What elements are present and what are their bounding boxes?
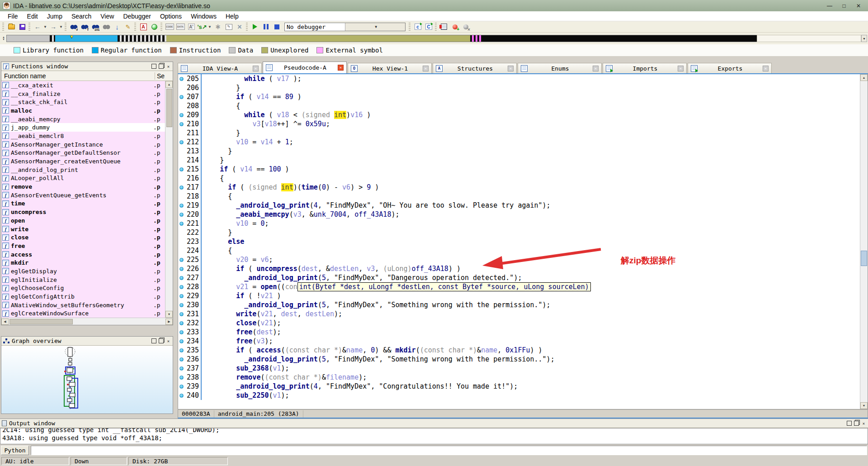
navband-segment[interactable] [50,35,55,42]
menu-windows[interactable]: Windows [187,12,221,21]
functions-vscrollbar[interactable]: ▲ ▼ [165,81,173,318]
search-binary-button[interactable]: 101 [90,22,100,32]
graph-overview-titlebar[interactable]: Graph overview ✕ [1,337,173,346]
tab-close-icon[interactable]: ✕ [763,66,769,71]
menu-help[interactable]: Help [222,12,243,21]
make-unknown-button[interactable]: ∗ [213,22,223,32]
breakpoint-bullet-icon[interactable] [179,294,184,298]
graph-overview-canvas[interactable] [1,346,173,414]
navband-scroll-arrows[interactable]: ▲▼ [1,36,6,41]
maximize-icon[interactable]: □ [837,1,851,10]
breakpoint-bullet-icon[interactable] [179,77,184,81]
debugger-select[interactable]: No debugger ▼ [284,23,406,31]
chevron-down-icon[interactable]: ▼ [345,23,406,31]
restore-icon[interactable] [159,64,164,69]
scroll-thumb[interactable] [9,319,73,324]
breakpoint-bullet-icon[interactable] [179,122,184,126]
function-row[interactable]: f__stack_chk_fail.p [1,98,165,106]
code-line-214[interactable]: 214 } [178,156,860,165]
make-code-button[interactable]: CODE [165,22,175,32]
scroll-up-icon[interactable]: ▲ [165,81,173,88]
function-row[interactable]: fmkdir.p [1,258,165,267]
code-line-212[interactable]: 212 v10 = v14 + 1; [178,138,860,147]
problems-button[interactable]: A [138,22,148,32]
function-row[interactable]: f__aeabi_memclr8.p [1,132,165,140]
code-line-220[interactable]: 220 _aeabi_memcpy(v3, &unk_7004, off_43A… [178,210,860,219]
code-line-235[interactable]: 235 if ( access((const char *)&name, 0) … [178,346,860,355]
function-row[interactable]: fASensorManager_getDefaultSensor.p [1,149,165,157]
scroll-thumb[interactable] [166,89,172,127]
function-row[interactable]: fASensorManager_getInstance.p [1,140,165,149]
functions-window-titlebar[interactable]: f Functions window ✕ [1,62,173,71]
breakpoint-bullet-icon[interactable] [179,113,184,117]
struct-dropdown-icon[interactable]: ▼ [208,25,212,29]
search-text-button[interactable]: T [80,22,90,32]
code-line-238[interactable]: 238 remove((const char *)&filename); [178,373,860,382]
close-icon[interactable]: ✕ [166,338,171,343]
make-data-button[interactable]: DATA [175,22,185,32]
navband-right-arrow[interactable]: ▼ [861,35,867,42]
function-row[interactable]: fmalloc.p [1,106,165,115]
menu-jump[interactable]: Jump [43,12,66,21]
breakpoint-bullet-icon[interactable] [179,95,184,99]
code-line-216[interactable]: 216 { [178,174,860,183]
function-row[interactable]: fj_app_dummy.p [1,123,165,132]
navband-track[interactable]: ▼ [6,35,757,42]
function-row[interactable]: f__android_log_print.p [1,166,165,174]
code-line-225[interactable]: 225 v20 = v6; [178,255,860,264]
breakpoint-bullet-icon[interactable] [179,357,184,361]
breakpoint-bullet-icon[interactable] [179,330,184,334]
debugger-start-button[interactable] [250,22,260,32]
breakpoint-bullet-icon[interactable] [179,348,184,352]
column-segment[interactable]: Se [155,72,173,80]
close-icon[interactable]: ✕ [852,1,865,10]
cli-input[interactable] [31,446,867,455]
code-line-239[interactable]: 239 _android_log_print(4, "FindMyDex", "… [178,382,860,391]
breakpoint-bullet-icon[interactable] [179,167,184,171]
function-row[interactable]: fwrite.p [1,225,165,233]
code-line-236[interactable]: 236 _android_log_print(5, "FindMyDex", "… [178,355,860,364]
highlight-button[interactable]: ✎ [123,22,133,32]
code-line-230[interactable]: 230 _android_log_print(5, "FindMyDex", "… [178,300,860,309]
open-file-button[interactable] [6,22,16,32]
tab-close-icon[interactable]: ✕ [593,66,599,71]
column-function-name[interactable]: Function name [4,72,155,80]
function-row[interactable]: feglGetDisplay.p [1,267,165,276]
breakpoint-bullet-icon[interactable] [179,321,184,325]
code-line-232[interactable]: 232 close(v21); [178,319,860,328]
float-icon[interactable] [151,338,156,343]
menu-edit[interactable]: Edit [23,12,42,21]
tab-enums[interactable]: Enums✕ [518,63,602,73]
jump-next-button[interactable]: ↓ [112,22,122,32]
function-row[interactable]: fALooper_pollAll.p [1,174,165,183]
tab-hex-view-1[interactable]: OHex View-1✕ [348,63,432,73]
search-address-button[interactable]: # [69,22,79,32]
breakpoint-bullet-icon[interactable] [179,213,184,217]
code-line-206[interactable]: 206 } [178,83,860,92]
breakpoint-bullet-icon[interactable] [179,276,184,280]
tab-close-icon[interactable]: ✕ [423,66,429,71]
make-string-button[interactable]: A’ [186,22,196,32]
breakpoint-bullet-icon[interactable] [179,376,184,380]
code-line-217[interactable]: 217 if ( (signed int)(time(0) - v6) > 9 … [178,183,860,192]
code-line-210[interactable]: 210 v3[v18++] ^= 0x59u; [178,119,860,128]
navband-segment[interactable] [7,35,50,42]
navband-segment[interactable] [166,35,470,42]
code-vscrollbar[interactable]: ▲ ▼ [860,74,868,409]
tab-structures[interactable]: AStructures✕ [433,63,517,73]
close-icon[interactable]: ✕ [166,64,171,69]
breakpoint-bullet-icon[interactable] [179,185,184,190]
menu-file[interactable]: File [4,12,22,21]
function-row[interactable]: feglInitialize.p [1,276,165,284]
navigate-back-button[interactable]: ← [33,22,42,32]
breakpoint-list-button[interactable] [439,22,449,32]
code-line-221[interactable]: 221 v10 = 0; [178,219,860,228]
output-log[interactable]: 2C14: using guessed type int __fastcall … [0,428,868,444]
navband-segment[interactable] [482,35,757,42]
code-line-227[interactable]: 227 _android_log_print(5, "FindMyDex", "… [178,273,860,282]
tab-close-icon[interactable]: ✕ [508,66,514,71]
code-line-237[interactable]: 237 sub_2368(v1); [178,364,860,373]
make-struct-button[interactable]: ’s↗ [197,22,207,32]
debugger-stop-button[interactable] [272,22,282,32]
navband-segment[interactable] [470,35,482,42]
